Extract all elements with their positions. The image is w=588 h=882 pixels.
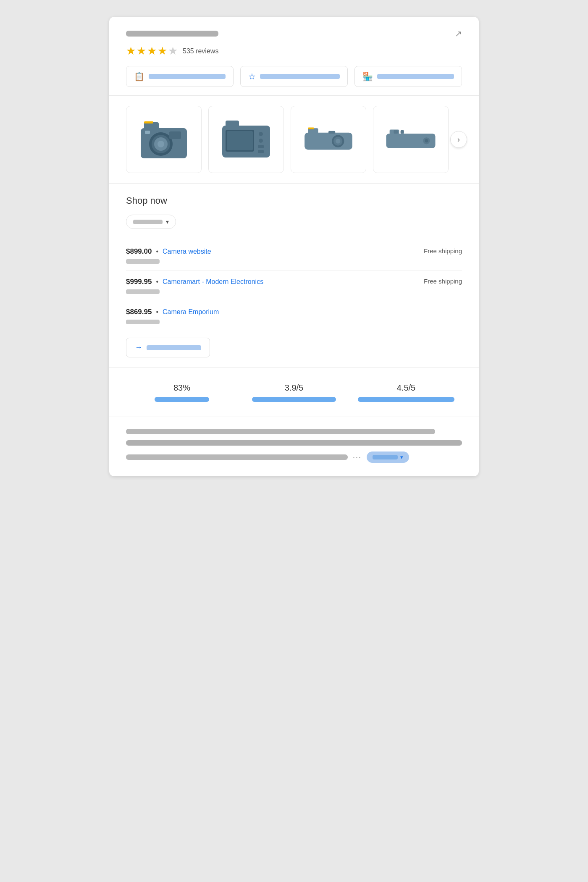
price-3: $869.95	[126, 308, 152, 316]
chevron-down-icon: ▾	[166, 218, 169, 225]
stat-label-3	[358, 397, 454, 402]
svg-rect-2	[144, 121, 153, 123]
stat-label-2	[252, 397, 336, 402]
share-icon[interactable]: ↗	[455, 29, 462, 39]
svg-point-27	[425, 139, 428, 142]
stat-value-2: 3.9/5	[285, 383, 303, 393]
footer-line-3	[126, 454, 348, 460]
svg-rect-7	[169, 131, 181, 139]
footer-section: ··· ▾	[109, 417, 479, 476]
stat-label-1	[155, 397, 209, 402]
see-more-button[interactable]: →	[126, 338, 210, 357]
expand-button[interactable]: ▾	[367, 452, 409, 463]
svg-point-6	[158, 141, 164, 147]
stat-cell-1: 83%	[126, 383, 238, 402]
star-rating: ★ ★ ★ ★ ★	[126, 45, 178, 58]
shop-title: Shop now	[126, 195, 462, 206]
shipping-1: Free shipping	[424, 247, 462, 255]
shipping-2: Free shipping	[424, 278, 462, 285]
camera-svg-4	[383, 116, 438, 163]
star-1: ★	[126, 45, 136, 58]
svg-rect-23	[328, 131, 335, 134]
shop-item-3-left: $869.95 • Camera Emporium	[126, 308, 219, 316]
svg-rect-16	[258, 150, 264, 153]
product-title-placeholder	[126, 31, 218, 37]
camera-image-4[interactable]	[373, 106, 449, 173]
ellipsis: ···	[353, 453, 362, 462]
images-section: ›	[109, 96, 479, 184]
svg-rect-29	[401, 130, 404, 134]
item-1-sub	[126, 259, 160, 264]
price-1: $899.00	[126, 247, 152, 256]
see-more-label	[147, 345, 201, 350]
seller-link-1[interactable]: Camera website	[163, 248, 211, 255]
svg-rect-28	[394, 130, 398, 134]
expand-label	[373, 455, 398, 459]
stat-value-3: 4.5/5	[397, 383, 415, 393]
review-count: 535 reviews	[183, 47, 218, 55]
camera-image-1[interactable]	[126, 106, 202, 173]
camera-svg-3	[301, 116, 356, 163]
price-2: $999.95	[126, 278, 152, 286]
image-grid	[126, 106, 462, 173]
shop-item-3-row: $869.95 • Camera Emporium	[126, 308, 462, 316]
specs-icon: 📋	[134, 71, 144, 81]
seller-link-3[interactable]: Camera Emporium	[163, 308, 219, 316]
shop-item-3: $869.95 • Camera Emporium	[126, 301, 462, 331]
star-5: ★	[168, 45, 178, 58]
camera-image-3[interactable]	[291, 106, 366, 173]
footer-line-1	[126, 429, 435, 434]
shop-item-2: $999.95 • Cameramart - Modern Electronic…	[126, 271, 462, 301]
svg-point-14	[259, 139, 263, 143]
svg-rect-10	[226, 121, 239, 127]
save-icon: ☆	[248, 71, 256, 81]
shop-items-list: $899.00 • Camera website Free shipping $…	[126, 241, 462, 331]
footer-line-2	[126, 440, 462, 446]
star-3: ★	[147, 45, 157, 58]
store-label	[377, 74, 454, 79]
svg-rect-15	[258, 145, 264, 148]
svg-rect-17	[304, 133, 352, 150]
title-bar: ↗	[126, 29, 462, 39]
chevron-down-expand-icon: ▾	[400, 454, 403, 460]
rating-row: ★ ★ ★ ★ ★ 535 reviews	[126, 45, 462, 58]
shop-item-2-left: $999.95 • Cameramart - Modern Electronic…	[126, 278, 263, 286]
svg-point-22	[336, 139, 340, 143]
item-3-sub	[126, 320, 160, 324]
filter-label	[133, 220, 163, 224]
next-arrow[interactable]: ›	[450, 131, 467, 148]
svg-rect-19	[308, 128, 314, 129]
item-2-sub	[126, 289, 160, 294]
arrow-right-icon: →	[135, 343, 142, 352]
camera-svg-1	[136, 116, 191, 163]
filter-dropdown[interactable]: ▾	[126, 215, 176, 229]
star-4: ★	[158, 45, 167, 58]
stat-cell-3: 4.5/5	[350, 383, 462, 402]
svg-rect-12	[227, 131, 253, 150]
specs-label	[149, 74, 226, 79]
stats-section: 83% 3.9/5 4.5/5	[109, 368, 479, 417]
stat-cell-2: 3.9/5	[238, 383, 350, 402]
shop-section: Shop now ▾ $899.00 • Camera website Free…	[109, 184, 479, 368]
seller-link-2[interactable]: Cameramart - Modern Electronics	[163, 278, 263, 286]
camera-image-2[interactable]	[208, 106, 284, 173]
product-card: ↗ ★ ★ ★ ★ ★ 535 reviews 📋 ☆ 🏪	[109, 17, 479, 476]
action-buttons: 📋 ☆ 🏪	[126, 66, 462, 87]
shop-item-1-left: $899.00 • Camera website	[126, 247, 211, 256]
shop-item-2-row: $999.95 • Cameramart - Modern Electronic…	[126, 278, 462, 286]
shop-item-1: $899.00 • Camera website Free shipping	[126, 241, 462, 271]
camera-svg-2	[219, 116, 273, 163]
footer-last-row: ··· ▾	[126, 452, 462, 463]
store-button[interactable]: 🏪	[354, 66, 462, 87]
shop-item-1-row: $899.00 • Camera website Free shipping	[126, 247, 462, 256]
star-2: ★	[136, 45, 146, 58]
specs-button[interactable]: 📋	[126, 66, 234, 87]
stat-value-1: 83%	[173, 383, 190, 393]
svg-point-13	[259, 132, 263, 136]
store-icon: 🏪	[362, 71, 373, 81]
save-label	[260, 74, 340, 79]
header-section: ↗ ★ ★ ★ ★ ★ 535 reviews 📋 ☆ 🏪	[109, 17, 479, 96]
save-button[interactable]: ☆	[240, 66, 348, 87]
svg-rect-8	[145, 131, 150, 134]
